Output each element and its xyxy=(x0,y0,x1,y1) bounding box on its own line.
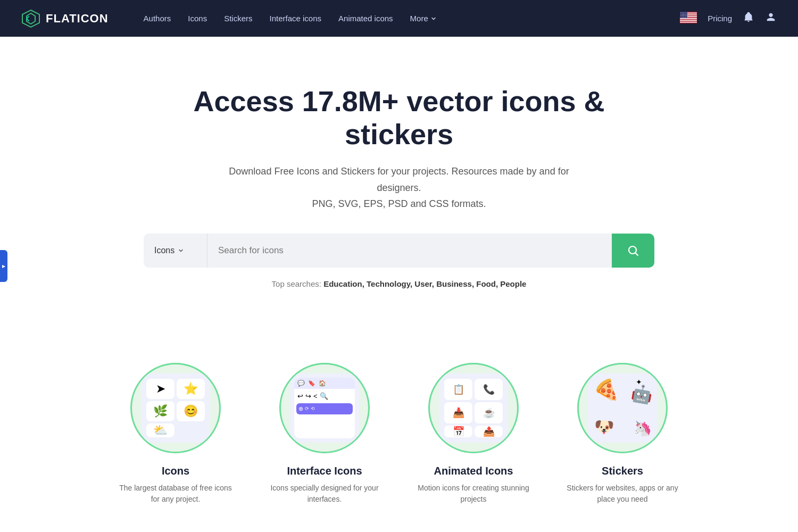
category-interface-desc: Icons specially designed for your interf… xyxy=(266,483,383,505)
flag-icon: ★ ★ ★ ★ ★ ★ ★ ★ ★ ★ ★ ★ ★ ★ ★ ★ ★ ★ ★ ★ … xyxy=(680,12,697,23)
nav-stickers[interactable]: Stickers xyxy=(217,10,260,27)
stickers-emoji-2: 🤖 xyxy=(630,383,654,406)
svg-rect-6 xyxy=(680,18,697,19)
stickers-emoji-4: 🦄 xyxy=(633,419,653,438)
top-search-term-business[interactable]: Business xyxy=(436,279,472,288)
top-searches: Top searches: Education, Technology, Use… xyxy=(21,279,777,288)
svg-rect-7 xyxy=(680,20,697,21)
icons-illustration: ➤ ⭐ 🌿 😊 ⛅ xyxy=(141,373,210,443)
icon-cell-2: ⭐ xyxy=(177,379,205,399)
top-search-term-food[interactable]: Food xyxy=(476,279,496,288)
pricing-link[interactable]: Pricing xyxy=(708,14,732,23)
stickers-emoji-1: 🍕 xyxy=(592,377,620,404)
chevron-down-icon xyxy=(431,16,436,21)
stickers-sparkle: ✦ xyxy=(636,378,642,386)
category-stickers-title: Stickers xyxy=(602,465,643,477)
category-interface-circle: 💬 🔖 🏠 ↩ ↪ < 🔍 ⊕ ⟳ ⟲ xyxy=(279,363,370,453)
category-stickers-circle: 🍕 🤖 🐶 🦄 ✦ xyxy=(577,363,668,453)
user-profile-icon[interactable] xyxy=(765,11,777,26)
interface-illustration: 💬 🔖 🏠 ↩ ↪ < 🔍 ⊕ ⟳ ⟲ xyxy=(290,373,359,443)
icon-cell-3: 🌿 xyxy=(146,401,174,421)
stickers-emoji-3: 🐶 xyxy=(594,417,615,437)
top-search-term-people[interactable]: People xyxy=(500,279,526,288)
nav-icons[interactable]: Icons xyxy=(180,10,214,27)
nav-interface-icons[interactable]: Interface icons xyxy=(262,10,329,27)
hero-subtitle: Download Free Icons and Stickers for you… xyxy=(229,163,569,212)
category-interface-title: Interface Icons xyxy=(287,465,362,477)
search-button[interactable] xyxy=(612,234,654,268)
hero-title: Access 17.8M+ vector icons & stickers xyxy=(160,85,638,151)
language-selector[interactable]: ★ ★ ★ ★ ★ ★ ★ ★ ★ ★ ★ ★ ★ ★ ★ ★ ★ ★ ★ ★ … xyxy=(680,12,697,26)
svg-rect-8 xyxy=(680,21,697,22)
svg-marker-0 xyxy=(22,10,39,27)
search-input[interactable] xyxy=(207,234,612,268)
category-icons-circle: ➤ ⭐ 🌿 😊 ⛅ xyxy=(130,363,221,453)
hero-section: Access 17.8M+ vector icons & stickers Do… xyxy=(0,37,798,352)
categories-section: ➤ ⭐ 🌿 😊 ⛅ Icons The largest database of … xyxy=(80,352,718,532)
filter-chevron-icon xyxy=(178,247,184,254)
top-search-term-user[interactable]: User xyxy=(414,279,432,288)
nav-right: ★ ★ ★ ★ ★ ★ ★ ★ ★ ★ ★ ★ ★ ★ ★ ★ ★ ★ ★ ★ … xyxy=(680,11,777,26)
icon-cell-4: 😊 xyxy=(177,401,205,421)
notification-bell-icon[interactable] xyxy=(743,11,754,26)
search-bar: Icons xyxy=(144,234,654,268)
logo[interactable]: FLATICON xyxy=(21,9,109,28)
nav-links: Authors Icons Stickers Interface icons A… xyxy=(136,10,663,27)
category-interface-icons[interactable]: 💬 🔖 🏠 ↩ ↪ < 🔍 ⊕ ⟳ ⟲ xyxy=(266,363,383,505)
category-animated-circle: 📋 📞 📥 ☕ 📅 📤 xyxy=(428,363,519,453)
category-stickers-desc: Stickers for websites, apps or any place… xyxy=(564,483,681,505)
sidebar-toggle[interactable] xyxy=(0,250,7,282)
category-icons-desc: The largest database of free icons for a… xyxy=(117,483,234,505)
category-icons-title: Icons xyxy=(162,465,189,477)
category-icons[interactable]: ➤ ⭐ 🌿 😊 ⛅ Icons The largest database of … xyxy=(117,363,234,505)
nav-animated-icons[interactable]: Animated icons xyxy=(331,10,401,27)
icon-cell-1: ➤ xyxy=(146,379,174,399)
search-icon xyxy=(627,244,639,257)
category-animated-title: Animated Icons xyxy=(434,465,513,477)
icon-cell-5: ⛅ xyxy=(146,423,174,437)
nav-more[interactable]: More xyxy=(403,10,444,27)
top-search-term-education[interactable]: Education xyxy=(323,279,362,288)
animated-illustration: 📋 📞 📥 ☕ 📅 📤 xyxy=(439,373,508,443)
category-stickers[interactable]: 🍕 🤖 🐶 🦄 ✦ Stickers Stickers for websites… xyxy=(564,363,681,505)
nav-authors[interactable]: Authors xyxy=(136,10,179,27)
search-filter-dropdown[interactable]: Icons xyxy=(144,234,207,268)
category-animated-icons[interactable]: 📋 📞 📥 ☕ 📅 📤 Animated Icons Motion icons … xyxy=(415,363,532,505)
top-search-term-technology[interactable]: Technology xyxy=(367,279,410,288)
navbar: FLATICON Authors Icons Stickers Interfac… xyxy=(0,0,798,37)
category-animated-desc: Motion icons for creating stunning proje… xyxy=(415,483,532,505)
